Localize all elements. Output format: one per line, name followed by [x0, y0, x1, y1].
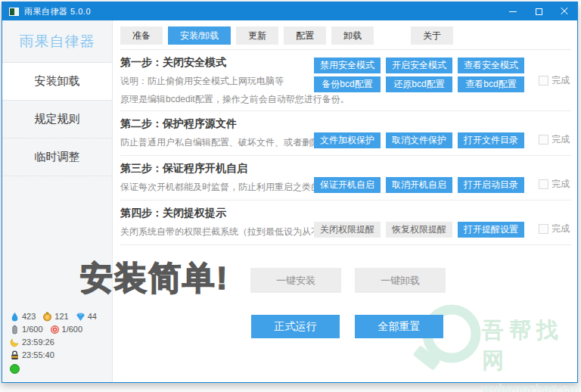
reset-all-button[interactable]: 全部重置	[355, 315, 443, 338]
step-title: 第三步：保证程序开机自启	[120, 156, 571, 176]
open-uac-settings-button[interactable]: 打开提醒设置	[458, 222, 524, 238]
lock-icon	[10, 350, 20, 360]
step-title: 第四步：关闭提权提示	[120, 201, 571, 220]
done-label: 完成	[551, 133, 570, 146]
night-time-stat: 23:59:26	[10, 336, 104, 348]
done-label: 完成	[551, 222, 570, 235]
target-stat: 1/600	[50, 325, 83, 334]
minimize-button[interactable]	[500, 2, 526, 20]
close-icon	[561, 8, 568, 15]
sidebar-app-name: 雨果自律器	[2, 20, 112, 63]
done-label: 完成	[551, 74, 570, 87]
watermark-domain: wubangzhao.com	[482, 382, 581, 392]
one-key-uninstall-button[interactable]: 一键卸载	[355, 268, 446, 293]
tab-install-uninstall[interactable]: 安装/卸载	[168, 26, 231, 45]
tab-uninstall[interactable]: 卸载	[331, 26, 374, 45]
sidebar: 雨果自律器 安装卸载 规定规则 临时调整 423 121	[2, 20, 113, 382]
maximize-icon	[536, 8, 542, 15]
file-protect-button[interactable]: 文件加权保护	[314, 132, 381, 148]
cancel-file-protect-button[interactable]: 取消文件保护	[386, 132, 452, 148]
maximize-button[interactable]	[526, 2, 551, 20]
open-startup-dir-button[interactable]: 打开启动目录	[458, 177, 524, 193]
disable-safe-mode-button[interactable]: 禁用安全模式	[314, 58, 381, 73]
tab-about[interactable]: 关于	[411, 26, 453, 45]
step-3-autostart: 第三步：保证程序开机自启 保证每次开机都能及时监督，防止利用重启之类的操作逃避检…	[120, 156, 571, 201]
gem-icon	[76, 312, 85, 322]
coin-stat: 121	[42, 312, 68, 322]
sidebar-item-rules[interactable]: 规定规则	[2, 101, 112, 138]
app-icon	[9, 8, 19, 16]
done-label: 完成	[551, 178, 570, 191]
step-3-done-checkbox[interactable]	[539, 179, 548, 189]
app-window: 雨果自律器 5.0.0 雨果自律器 安装卸载 规定规则 临时调整 423	[2, 2, 578, 383]
step-4-done-checkbox[interactable]	[539, 224, 548, 234]
slogan-text: 安装简单!	[80, 257, 228, 300]
tab-update[interactable]: 更新	[236, 26, 278, 45]
battery-stat: 1/600	[10, 325, 43, 334]
restore-uac-prompt-button[interactable]: 恢复权限提醒	[386, 222, 452, 238]
battery-icon	[10, 325, 20, 334]
close-uac-prompt-button[interactable]: 关闭权限提醒	[314, 222, 381, 238]
restore-bcd-button[interactable]: 还原bcd配置	[386, 76, 452, 92]
water-drop-icon	[10, 312, 20, 322]
watermark-site-name: 吾帮找网	[482, 316, 581, 376]
run-official-button[interactable]: 正式运行	[251, 315, 340, 338]
open-file-dir-button[interactable]: 打开文件目录	[458, 132, 524, 148]
gold-coin-icon	[42, 312, 52, 322]
tab-config[interactable]: 配置	[284, 26, 326, 45]
step-2-done-checkbox[interactable]	[539, 135, 548, 145]
target-icon	[50, 325, 60, 334]
sidebar-item-install-uninstall[interactable]: 安装卸载	[2, 63, 112, 101]
status-online-icon	[10, 364, 20, 374]
tab-prepare[interactable]: 准备	[120, 26, 163, 45]
sidebar-stats: 423 121 44 1/600	[10, 310, 104, 375]
title-bar: 雨果自律器 5.0.0	[2, 2, 577, 20]
gem-stat: 44	[76, 312, 97, 322]
minimize-icon	[509, 11, 517, 12]
step-4-uac-prompt: 第四步：关闭提权提示 关闭系统自带的权限拦截系统（拉到最低设为从不提醒，保存） …	[120, 201, 571, 245]
cancel-autostart-button[interactable]: 取消开机自启	[386, 177, 452, 193]
window-title: 雨果自律器 5.0.0	[24, 6, 91, 17]
steps-list: 第一步：关闭安全模式 说明：防止偷偷用安全模式上网玩电脑等 原理是编辑bcded…	[120, 49, 571, 245]
tab-bar: 准备 安装/卸载 更新 配置 卸载 关于	[120, 26, 571, 45]
step-1-done-checkbox[interactable]	[539, 76, 548, 86]
magnifier-icon	[408, 302, 486, 381]
ensure-autostart-button[interactable]: 保证开机自启	[314, 177, 381, 193]
view-safe-mode-button[interactable]: 查看安全模式	[458, 58, 524, 73]
sidebar-item-temp-adjust[interactable]: 临时调整	[2, 138, 112, 176]
step-title: 第二步：保护程序源文件	[120, 111, 571, 131]
water-stat: 423	[10, 312, 36, 322]
step-1-close-safe-mode: 第一步：关闭安全模式 说明：防止偷偷用安全模式上网玩电脑等 原理是编辑bcded…	[120, 50, 571, 111]
backup-bcd-button[interactable]: 备份bcd配置	[314, 76, 381, 92]
step-2-protect-files: 第二步：保护程序源文件 防止普通用户私自编辑配置、破坏文件、或者删除程序源文件 …	[120, 111, 571, 156]
step-desc: 原理是编辑bcdedit配置，操作之前会自动帮您进行备份。	[120, 93, 571, 106]
view-bcd-button[interactable]: 查看bcd配置	[458, 76, 524, 92]
one-key-install-button[interactable]: 一键安装	[250, 268, 341, 293]
moon-icon	[10, 338, 20, 347]
lock-time-stat: 23:55:40	[10, 349, 104, 361]
enable-safe-mode-button[interactable]: 开启安全模式	[386, 58, 452, 73]
close-button[interactable]	[551, 2, 577, 20]
